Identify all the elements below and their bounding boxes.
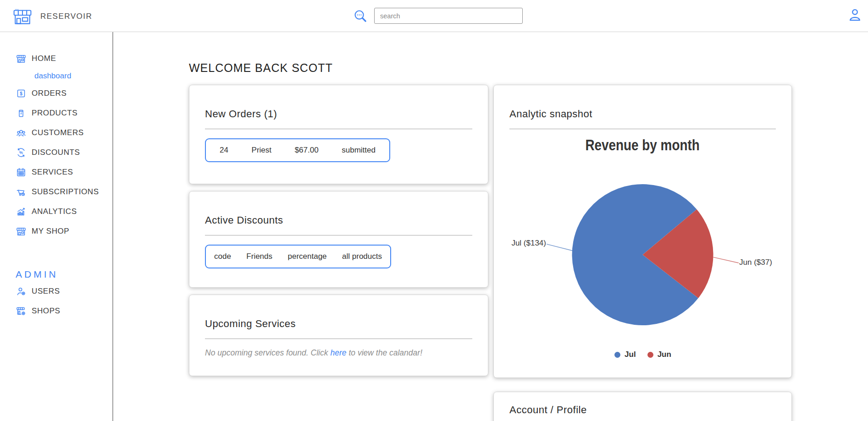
- sidebar-item-home[interactable]: HOME: [16, 49, 112, 68]
- sidebar-item-label: SUBSCRIPTIONS: [32, 187, 99, 197]
- calendar-icon: [16, 167, 27, 178]
- sidebar-item-shops[interactable]: SHOPS: [16, 301, 112, 321]
- chart-title: Revenue by month: [509, 136, 776, 154]
- divider: [205, 235, 472, 235]
- sidebar-item-label: CUSTOMERS: [32, 128, 84, 137]
- shop-gear-icon: [16, 306, 27, 317]
- legend-label: Jun: [658, 350, 671, 359]
- legend-item-jul[interactable]: Jul: [614, 350, 636, 359]
- no-services-prefix: No upcoming services found. Click: [205, 348, 328, 357]
- analytic-snapshot-title: Analytic snapshot: [509, 108, 776, 120]
- sidebar-item-discounts[interactable]: % DISCOUNTS: [16, 142, 112, 162]
- legend-label: Jul: [625, 350, 636, 359]
- customers-people-icon: [16, 127, 27, 138]
- sidebar-item-label: USERS: [32, 287, 60, 296]
- sidebar-item-label: HOME: [32, 54, 56, 63]
- search-icon[interactable]: [353, 9, 367, 23]
- jun-slice-label: Jun ($37): [739, 258, 772, 267]
- sidebar-item-services[interactable]: SERVICES: [16, 162, 112, 182]
- upcoming-services-title: Upcoming Services: [205, 318, 472, 330]
- discount-name: Friends: [246, 252, 272, 261]
- account-profile-title: Account / Profile: [509, 404, 776, 416]
- account-profile-card: Account / Profile: [493, 392, 792, 421]
- subscription-cart-icon: [16, 186, 27, 197]
- discount-applies-to: all products: [342, 252, 382, 261]
- product-can-icon: [16, 108, 27, 119]
- sidebar-item-users[interactable]: USERS: [16, 281, 112, 301]
- orders-icon: $: [16, 88, 27, 99]
- revenue-pie-chart: Jul ($134) Jun ($37): [494, 154, 791, 342]
- calendar-link[interactable]: here: [330, 348, 346, 357]
- legend-item-jun[interactable]: Jun: [647, 350, 671, 359]
- no-services-suffix: to view the calandar!: [348, 348, 422, 357]
- sidebar-item-label: MY SHOP: [32, 227, 69, 236]
- discount-row[interactable]: code Friends percentage all products: [205, 245, 391, 268]
- sidebar-item-label: DISCOUNTS: [32, 148, 80, 157]
- brand-name: RESERVOIR: [40, 12, 92, 21]
- order-total: $67.00: [295, 146, 319, 155]
- sidebar-item-analytics[interactable]: ANALYTICS: [16, 202, 112, 221]
- new-orders-card: New Orders (1) 24 Priest $67.00 submitte…: [189, 85, 488, 184]
- sidebar-item-label: SERVICES: [32, 168, 73, 177]
- my-shop-storefront-icon: [16, 226, 27, 237]
- sidebar-item-orders[interactable]: $ ORDERS: [16, 83, 112, 103]
- divider: [205, 339, 472, 339]
- user-profile-icon[interactable]: [847, 7, 862, 22]
- order-id: 24: [220, 146, 228, 155]
- sidebar-item-dashboard[interactable]: dashboard: [16, 68, 112, 83]
- jul-slice-label: Jul ($134): [506, 239, 546, 248]
- admin-section-header: ADMIN: [16, 268, 112, 281]
- sidebar-nav: HOME dashboard $ ORDERS PRODUCTS: [0, 32, 113, 421]
- upcoming-services-card: Upcoming Services No upcoming services f…: [189, 295, 488, 376]
- new-orders-title: New Orders (1): [205, 108, 472, 120]
- sidebar-item-label: PRODUCTS: [32, 109, 77, 118]
- no-services-message: No upcoming services found. Clickhereto …: [205, 348, 472, 358]
- divider: [509, 129, 776, 129]
- main-content: WELCOME BACK SCOTT New Orders (1) 24 Pri…: [113, 32, 868, 421]
- discount-method: code: [214, 252, 231, 261]
- analytic-snapshot-card: Analytic snapshot Revenue by month Jul (…: [493, 85, 792, 378]
- sidebar-item-label: ANALYTICS: [32, 207, 77, 216]
- active-discounts-card: Active Discounts code Friends percentage…: [189, 191, 488, 288]
- legend-dot-jun: [647, 351, 654, 358]
- user-gear-icon: [16, 286, 27, 297]
- sidebar-item-my-shop[interactable]: MY SHOP: [16, 221, 112, 241]
- top-header: RESERVOIR: [0, 0, 868, 32]
- divider: [205, 129, 472, 129]
- storefront-icon: [16, 53, 27, 64]
- order-status: submitted: [342, 146, 376, 155]
- order-customer: Priest: [252, 146, 271, 155]
- storefront-logo-icon[interactable]: [13, 5, 32, 27]
- svg-text:$: $: [20, 91, 22, 96]
- discount-type: percentage: [288, 252, 327, 261]
- pie-chart-svg[interactable]: [494, 154, 791, 342]
- page-title: WELCOME BACK SCOTT: [189, 61, 868, 75]
- search-input[interactable]: [374, 8, 523, 24]
- jul-leader-line: [547, 244, 573, 251]
- sidebar-item-label: ORDERS: [32, 89, 66, 98]
- sidebar-item-customers[interactable]: CUSTOMERS: [16, 123, 112, 142]
- svg-text:%: %: [19, 150, 23, 155]
- active-discounts-title: Active Discounts: [205, 214, 472, 226]
- sidebar-item-label: SHOPS: [32, 306, 61, 316]
- sidebar-item-products[interactable]: PRODUCTS: [16, 103, 112, 123]
- discount-percent-icon: %: [16, 147, 27, 158]
- analytics-chart-icon: [16, 206, 27, 217]
- sidebar-item-subscriptions[interactable]: SUBSCRIPTIONS: [16, 182, 112, 202]
- chart-legend: Jul Jun: [509, 350, 776, 359]
- legend-dot-jul: [614, 351, 621, 358]
- order-row[interactable]: 24 Priest $67.00 submitted: [205, 138, 390, 162]
- jun-leader-line: [713, 257, 739, 263]
